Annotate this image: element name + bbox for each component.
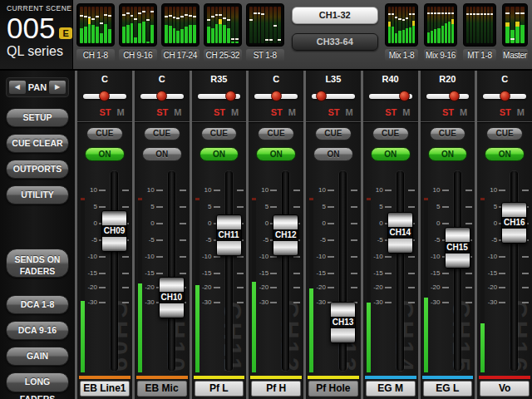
channel-name-label[interactable]: Pf Hole [308, 381, 358, 397]
fader-track[interactable] [454, 171, 461, 371]
fader-scale-tick-right [293, 273, 300, 274]
meter-group-ch-1-8[interactable]: CH 1-8 [76, 3, 115, 69]
pan-slider[interactable] [198, 91, 241, 102]
meter-group-mix-1-8[interactable]: Mix 1-8 [385, 3, 418, 69]
fader-cap[interactable]: CH11 [216, 214, 242, 256]
meter-group-master[interactable]: Master [502, 3, 528, 69]
fader-cap[interactable]: CH12 [273, 214, 298, 256]
on-button[interactable]: ON [200, 147, 239, 161]
pan-slider[interactable] [483, 91, 526, 102]
stereo-mono-indicators: STM [271, 107, 296, 117]
fader-track[interactable] [282, 171, 289, 371]
channel-name-label[interactable]: Pf H [251, 381, 301, 397]
pan-knob[interactable] [99, 91, 110, 101]
fader-cap[interactable]: CH16 [501, 202, 527, 244]
meter-fill [227, 28, 230, 43]
meter-group-ch-25-32[interactable]: CH 25-32 [204, 3, 242, 69]
on-button[interactable]: ON [428, 147, 468, 161]
meter-group-label: MT 1-8 [463, 49, 496, 62]
fader-track[interactable] [168, 171, 175, 371]
pan-slider[interactable] [254, 91, 298, 102]
meter-bar [278, 7, 281, 43]
channel-name-label[interactable]: Vo [480, 381, 530, 397]
meter-group-mt-1-8[interactable]: MT 1-8 [463, 3, 496, 69]
fader-cap[interactable]: CH14 [387, 212, 413, 254]
pan-slider[interactable] [312, 91, 355, 102]
fader-position-dash [441, 12, 444, 14]
pan-slider[interactable] [140, 91, 184, 102]
on-button[interactable]: ON [142, 147, 182, 161]
meter-fill [223, 25, 226, 43]
sidebar-spacer [6, 284, 69, 295]
on-button[interactable]: ON [485, 147, 525, 161]
fader-track[interactable] [225, 171, 233, 371]
on-button[interactable]: ON [256, 147, 296, 161]
fader-track[interactable] [111, 171, 118, 371]
pan-knob[interactable] [316, 91, 327, 101]
fader-position-dash [131, 15, 134, 17]
fader-position-dash [91, 18, 95, 20]
sidebar-button-dca-1-8[interactable]: DCA 1-8 [6, 295, 69, 314]
cue-button[interactable]: CUE [201, 127, 238, 140]
fader-scale-tick-right [180, 273, 186, 274]
sidebar-button-setup[interactable]: SETUP [6, 108, 69, 127]
fader-cap[interactable]: CH10 [159, 277, 185, 318]
pan-knob[interactable] [225, 91, 236, 101]
meter-bar [104, 7, 107, 43]
pan-knob[interactable] [271, 91, 282, 101]
sidebar-button-gain[interactable]: GAIN [6, 347, 69, 366]
meter-level-fill [480, 323, 485, 372]
meter-group-ch-9-16[interactable]: CH 9-16 [119, 3, 157, 69]
fader-cap[interactable]: CH09 [101, 210, 127, 252]
meter-group-ch-17-24[interactable]: CH 17-24 [161, 3, 200, 69]
meter-group-st-1-8[interactable]: ST 1-8 [246, 3, 284, 69]
bank-button-ch33-64[interactable]: CH33-64 [292, 33, 378, 51]
on-button[interactable]: ON [371, 147, 411, 161]
pan-knob[interactable] [156, 91, 167, 101]
fader-position-dash [215, 14, 219, 16]
stereo-assign-indicator: ST [214, 107, 225, 117]
pan-knob[interactable] [449, 91, 460, 101]
left-arrow-icon[interactable]: ◀ [8, 80, 27, 95]
sidebar-button-outports[interactable]: OUTPORTS [6, 160, 69, 179]
fader-scale-tick-left [499, 273, 505, 274]
channel-name-label[interactable]: Pf L [195, 381, 244, 397]
pan-slider[interactable] [83, 91, 126, 102]
sidebar-button-dca-9-16[interactable]: DCA 9-16 [6, 321, 69, 340]
channel-name-label[interactable]: EB Line1 [80, 381, 130, 397]
pan-knob[interactable] [500, 91, 510, 101]
meter-bar [134, 7, 137, 43]
sidebar-button-cue-clear[interactable]: CUE CLEAR [6, 134, 69, 153]
fader-position-dash [254, 12, 257, 14]
bank-button-ch1-32[interactable]: CH1-32 [292, 7, 378, 24]
right-arrow-icon[interactable]: ▶ [48, 80, 66, 95]
cue-button[interactable]: CUE [258, 127, 294, 140]
cue-button[interactable]: CUE [430, 127, 466, 140]
cue-button[interactable]: CUE [86, 127, 123, 140]
on-button[interactable]: ON [313, 147, 353, 161]
cue-button[interactable]: CUE [144, 127, 180, 140]
fader-position-dash [515, 12, 520, 14]
meter-group-mix-9-16[interactable]: Mix 9-16 [424, 3, 457, 69]
meter-fill [173, 28, 176, 43]
pan-knob[interactable] [399, 91, 410, 101]
channel-name-label[interactable]: EB Mic [137, 381, 187, 397]
fader-cap[interactable]: CH13 [330, 302, 356, 343]
on-button[interactable]: ON [85, 147, 125, 161]
meter-fill [431, 31, 433, 43]
fader-cap[interactable]: CH15 [445, 227, 470, 268]
cue-button[interactable]: CUE [315, 127, 352, 140]
fader-scale-label: -30 [142, 298, 155, 306]
channel-name-label[interactable]: EG L [423, 381, 473, 397]
sidebar-button-long-faders[interactable]: LONG FADERS [6, 372, 69, 392]
channel-name-label[interactable]: EG M [366, 381, 416, 397]
sidebar-button-sends-on-faders[interactable]: SENDS ON FADERS [6, 249, 69, 278]
pan-slider[interactable] [369, 91, 412, 102]
scene-edited-badge: E [59, 27, 71, 39]
cue-button[interactable]: CUE [372, 127, 409, 140]
fader-scale-tick-right [466, 206, 472, 208]
sidebar-button-utility[interactable]: UTILITY [6, 185, 69, 204]
fader-track[interactable] [397, 171, 404, 371]
cue-button[interactable]: CUE [486, 127, 523, 140]
pan-slider[interactable] [426, 91, 470, 102]
